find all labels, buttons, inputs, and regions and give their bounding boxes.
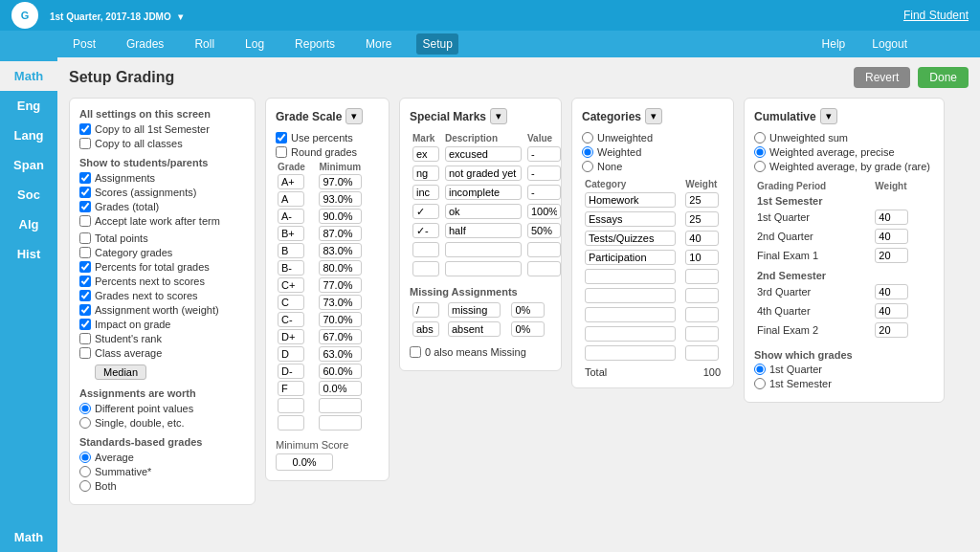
cumulative-dropdown[interactable]: ▾ bbox=[820, 108, 837, 124]
nav-help[interactable]: Help bbox=[816, 33, 852, 55]
desc-input-2[interactable] bbox=[445, 185, 522, 200]
desc-input-5[interactable] bbox=[445, 242, 522, 257]
standards-avg-radio[interactable] bbox=[79, 452, 91, 463]
min-input-14[interactable] bbox=[319, 415, 362, 431]
cat-weight-input-5[interactable] bbox=[685, 288, 719, 303]
3rd-quarter-weight-input[interactable] bbox=[875, 284, 908, 299]
desc-input-3[interactable] bbox=[445, 204, 522, 219]
special-marks-dropdown[interactable]: ▾ bbox=[490, 108, 507, 124]
accept-late-checkbox[interactable] bbox=[79, 215, 91, 227]
min-input-7[interactable] bbox=[319, 295, 362, 310]
desc-input-4[interactable] bbox=[445, 223, 522, 238]
cat-weight-input-0[interactable] bbox=[685, 192, 719, 208]
4th-quarter-weight-input[interactable] bbox=[875, 303, 908, 319]
value-input-3[interactable] bbox=[527, 204, 561, 219]
value-input-0[interactable] bbox=[527, 146, 561, 162]
median-button[interactable]: Median bbox=[95, 364, 146, 380]
worth-option1-radio[interactable] bbox=[79, 403, 91, 414]
revert-button[interactable]: Revert bbox=[854, 67, 910, 88]
unweighted-radio[interactable] bbox=[582, 132, 593, 144]
nav-log[interactable]: Log bbox=[239, 33, 270, 55]
mark-input-1[interactable] bbox=[412, 166, 439, 181]
grade-input-7[interactable] bbox=[278, 295, 304, 310]
grade-input-6[interactable] bbox=[278, 277, 304, 293]
unweighted-sum-radio[interactable] bbox=[754, 132, 766, 144]
grade-input-0[interactable] bbox=[278, 174, 304, 189]
show-grades-checkbox[interactable] bbox=[79, 201, 91, 212]
worth-weight-checkbox[interactable] bbox=[79, 304, 91, 316]
show-assignments-checkbox[interactable] bbox=[79, 172, 91, 184]
cat-name-input-2[interactable] bbox=[585, 231, 676, 246]
value-input-4[interactable] bbox=[527, 223, 561, 238]
min-input-8[interactable] bbox=[319, 312, 362, 327]
nav-setup[interactable]: Setup bbox=[416, 33, 457, 55]
nav-grades[interactable]: Grades bbox=[121, 33, 169, 55]
value-input-6[interactable] bbox=[527, 261, 561, 276]
grade-input-10[interactable] bbox=[278, 346, 304, 362]
show-1st-semester-radio[interactable] bbox=[754, 378, 766, 389]
missing-desc-input-0[interactable] bbox=[448, 302, 501, 318]
show-1st-quarter-radio[interactable] bbox=[754, 364, 766, 375]
grade-input-11[interactable] bbox=[278, 364, 304, 379]
desc-input-1[interactable] bbox=[445, 166, 522, 181]
sidebar-item-soc[interactable]: Soc bbox=[0, 180, 57, 210]
cat-weight-input-7[interactable] bbox=[685, 326, 719, 342]
final-exam1-weight-input[interactable] bbox=[875, 248, 908, 263]
sidebar-item-lang[interactable]: Lang bbox=[0, 121, 57, 150]
value-input-5[interactable] bbox=[527, 242, 561, 257]
value-input-1[interactable] bbox=[527, 166, 561, 181]
min-input-1[interactable] bbox=[319, 191, 362, 207]
copy2-checkbox[interactable] bbox=[79, 138, 91, 149]
quarter-title[interactable]: 1st Quarter, 2017-18 JDMO ▾ bbox=[46, 9, 183, 23]
show-scores-checkbox[interactable] bbox=[79, 187, 91, 198]
cat-name-input-6[interactable] bbox=[585, 307, 676, 322]
min-input-11[interactable] bbox=[319, 364, 362, 379]
cat-name-input-0[interactable] bbox=[585, 192, 676, 208]
copy1-checkbox[interactable] bbox=[79, 123, 91, 135]
missing-value-input-0[interactable] bbox=[511, 302, 545, 318]
grade-input-8[interactable] bbox=[278, 312, 304, 327]
cat-weight-input-2[interactable] bbox=[685, 231, 719, 246]
mark-input-0[interactable] bbox=[412, 146, 439, 162]
nav-reports[interactable]: Reports bbox=[289, 33, 341, 55]
1st-quarter-weight-input[interactable] bbox=[875, 210, 908, 225]
weighted-radio[interactable] bbox=[582, 146, 593, 158]
none-radio[interactable] bbox=[582, 161, 593, 172]
mark-input-6[interactable] bbox=[412, 261, 439, 276]
cat-name-input-3[interactable] bbox=[585, 250, 676, 265]
sidebar-item-hist[interactable]: Hist bbox=[0, 239, 57, 269]
missing-value-input-1[interactable] bbox=[511, 321, 545, 337]
min-input-6[interactable] bbox=[319, 277, 362, 293]
grade-input-2[interactable] bbox=[278, 209, 304, 224]
cat-name-input-7[interactable] bbox=[585, 326, 676, 342]
min-input-0[interactable] bbox=[319, 174, 362, 189]
min-score-input[interactable] bbox=[276, 453, 333, 471]
min-input-4[interactable] bbox=[319, 243, 362, 258]
min-input-12[interactable] bbox=[319, 381, 362, 396]
round-grades-checkbox[interactable] bbox=[276, 146, 287, 158]
cat-weight-input-6[interactable] bbox=[685, 307, 719, 322]
final-exam2-weight-input[interactable] bbox=[875, 322, 908, 338]
sidebar-item-math[interactable]: Math bbox=[0, 61, 57, 91]
missing-mark-input-0[interactable] bbox=[412, 302, 439, 318]
sidebar-item-span[interactable]: Span bbox=[0, 150, 57, 180]
min-input-3[interactable] bbox=[319, 226, 362, 241]
weighted-precise-radio[interactable] bbox=[754, 146, 766, 158]
desc-input-0[interactable] bbox=[445, 146, 522, 162]
class-avg-checkbox[interactable] bbox=[79, 347, 91, 359]
2nd-quarter-weight-input[interactable] bbox=[875, 229, 908, 244]
cat-name-input-4[interactable] bbox=[585, 269, 676, 284]
sidebar-item-alg[interactable]: Alg bbox=[0, 210, 57, 239]
standards-summ-radio[interactable] bbox=[79, 466, 91, 477]
cat-weight-input-1[interactable] bbox=[685, 211, 719, 227]
total-points-checkbox[interactable] bbox=[79, 232, 91, 244]
find-student-link[interactable]: Find Student bbox=[903, 9, 969, 22]
mark-input-4[interactable] bbox=[412, 223, 439, 238]
sidebar-item-math2[interactable]: Math bbox=[0, 522, 57, 552]
percents-total-checkbox[interactable] bbox=[79, 261, 91, 273]
done-button[interactable]: Done bbox=[918, 67, 969, 88]
grade-input-3[interactable] bbox=[278, 226, 304, 241]
grade-scale-dropdown[interactable]: ▾ bbox=[345, 108, 363, 124]
min-input-9[interactable] bbox=[319, 329, 362, 344]
missing-desc-input-1[interactable] bbox=[448, 321, 501, 337]
